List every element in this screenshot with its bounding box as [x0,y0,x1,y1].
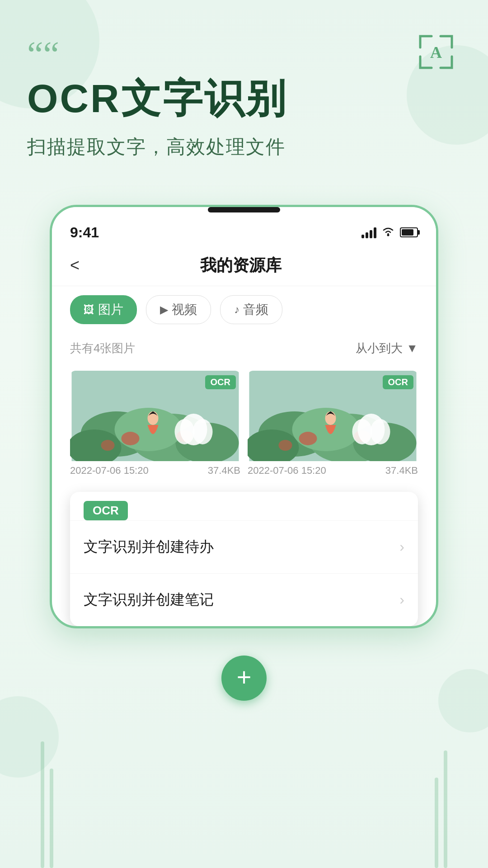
phone-frame: 9:41 [50,205,438,628]
image-date-2: 2022-07-06 15:20 [248,465,326,476]
image-meta-2: 2022-07-06 15:20 37.4KB [248,461,418,478]
image-card-2[interactable]: OCR 2022-07-06 15:20 37.4KB [248,371,418,478]
svg-point-13 [193,419,213,444]
ocr-menu-todo[interactable]: 文字识别并创建待办 › [70,520,418,573]
signal-bar-2 [366,232,368,238]
signal-bar-1 [361,235,364,238]
ocr-badge-1: OCR [205,375,236,389]
tab-video-label: 视频 [172,301,197,318]
sort-button[interactable]: 从小到大 ▼ [356,340,418,356]
svg-point-8 [122,432,140,445]
sort-label: 从小到大 [356,340,403,356]
dynamic-island [208,207,280,212]
tab-audio-label: 音频 [243,301,268,318]
image-size-2: 37.4KB [385,465,418,476]
chevron-right-icon-1: › [399,538,404,555]
ocr-panel: OCR 文字识别并创建待办 › 文字识别并创建笔记 › [70,492,418,626]
status-bar: 9:41 [52,215,436,245]
tab-video[interactable]: ▶ 视频 [146,295,211,324]
status-icons [361,226,418,240]
signal-bar-3 [370,230,372,238]
image-date-1: 2022-07-06 15:20 [70,465,149,476]
svg-point-25 [352,419,372,444]
audio-tab-icon: ♪ [234,303,239,316]
ocr-menu-todo-label: 文字识别并创建待办 [84,537,214,557]
image-grid: OCR 2022-07-06 15:20 37.4KB [52,363,436,492]
video-tab-icon: ▶ [160,303,168,316]
phone-mockup: 9:41 [50,205,438,628]
image-tab-icon: 🖼 [84,303,94,316]
fab-area: + [0,628,488,728]
quote-mark: ““ [27,36,461,72]
status-time: 9:41 [70,224,99,241]
top-section: A ““ OCR文字识别 扫描提取文字，高效处理文件 [0,0,488,178]
file-count-text: 共有4张图片 [70,340,135,356]
ocr-menu-note-label: 文字识别并创建笔记 [84,590,214,610]
signal-icon [361,226,376,238]
image-size-1: 37.4KB [208,465,240,476]
svg-point-26 [371,419,390,444]
svg-point-12 [175,419,195,444]
back-button[interactable]: < [70,256,80,275]
bg-line-1 [41,741,44,868]
image-card-1[interactable]: OCR 2022-07-06 15:20 37.4KB [70,371,240,478]
svg-point-10 [101,440,115,451]
image-thumb-2: OCR [248,371,418,461]
tab-audio[interactable]: ♪ 音频 [220,295,282,324]
bg-line-3 [444,750,447,868]
file-count-row: 共有4张图片 从小到大 ▼ [52,333,436,363]
ocr-badge-2: OCR [383,375,413,389]
image-thumb-1: OCR [70,371,240,461]
notch-bar [52,207,436,215]
main-title: OCR文字识别 [27,77,461,121]
sort-chevron-icon: ▼ [406,341,418,355]
ocr-panel-header: OCR [70,492,418,520]
svg-point-20 [292,408,360,451]
svg-point-21 [299,432,317,445]
svg-point-1 [387,234,389,236]
fab-plus-icon: + [237,665,252,690]
signal-bar-4 [374,227,376,238]
tab-images[interactable]: 🖼 图片 [70,295,137,324]
svg-point-7 [115,408,183,451]
svg-point-23 [279,440,292,451]
battery-icon [400,227,418,237]
ocr-menu-note[interactable]: 文字识别并创建笔记 › [70,573,418,626]
ocr-panel-badge: OCR [84,501,128,520]
image-meta-1: 2022-07-06 15:20 37.4KB [70,461,240,478]
nav-title: 我的资源库 [89,255,393,277]
bg-line-4 [435,778,438,868]
navigation-bar: < 我的资源库 [52,245,436,286]
wifi-icon [382,226,394,240]
chevron-right-icon-2: › [399,591,404,608]
tab-images-label: 图片 [98,301,123,318]
bg-line-2 [50,769,53,868]
sub-title: 扫描提取文字，高效处理文件 [27,134,461,160]
tab-bar: 🖼 图片 ▶ 视频 ♪ 音频 [52,286,436,333]
fab-button[interactable]: + [221,656,267,701]
